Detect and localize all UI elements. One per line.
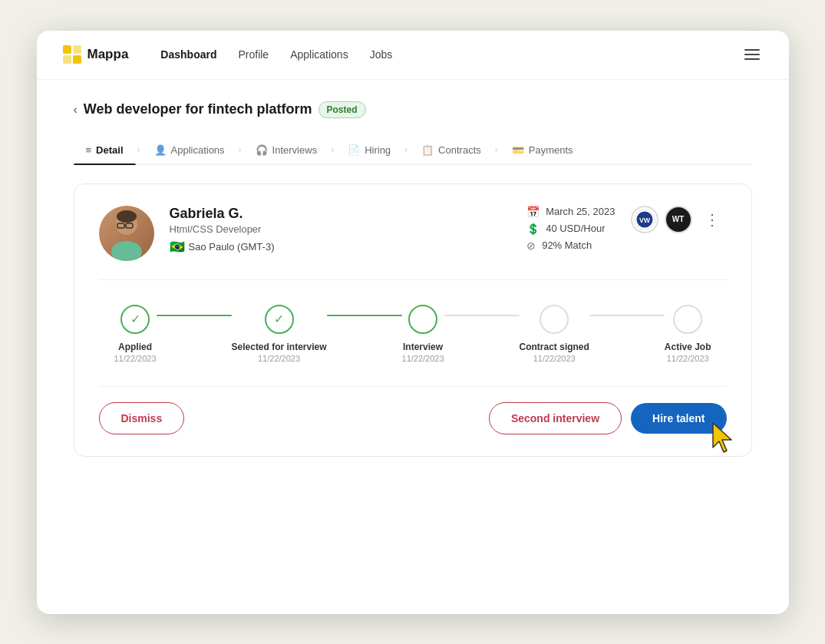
calendar-icon: 📅 bbox=[526, 206, 540, 218]
tab-sep-1: › bbox=[136, 144, 142, 155]
nav-links: Dashboard Profile Applications Jobs bbox=[153, 44, 739, 65]
step-date-selected: 11/22/2023 bbox=[258, 354, 300, 363]
hiring-icon: 📄 bbox=[348, 144, 360, 156]
dollar-icon: 💲 bbox=[526, 223, 540, 235]
tab-sep-2: › bbox=[237, 144, 243, 155]
tab-sep-4: › bbox=[403, 144, 409, 155]
step-date-contract: 11/22/2023 bbox=[533, 354, 576, 363]
step-circle-active-job bbox=[673, 305, 702, 334]
meta-match: ⊘ 92% Match bbox=[526, 239, 615, 252]
second-interview-button[interactable]: Second interview bbox=[489, 402, 622, 434]
status-badge: Posted bbox=[318, 101, 366, 118]
navbar: Mappa Dashboard Profile Applications Job… bbox=[37, 31, 789, 80]
date-value: March 25, 2023 bbox=[546, 206, 615, 217]
svg-text:VW: VW bbox=[639, 216, 650, 224]
detail-icon: ≡ bbox=[86, 144, 92, 156]
logo: Mappa bbox=[61, 44, 129, 65]
step-label-applied: Applied bbox=[118, 342, 152, 352]
back-button[interactable]: ‹ bbox=[74, 103, 78, 117]
candidate-role: Html/CSS Developer bbox=[170, 223, 466, 235]
candidate-card: Gabriela G. Html/CSS Developer 🇧🇷 Sao Pa… bbox=[74, 183, 752, 457]
location-text: Sao Paulo (GMT-3) bbox=[189, 241, 275, 253]
tab-sep-3: › bbox=[329, 144, 335, 155]
step-interview: Interview 11/22/2023 bbox=[402, 305, 444, 363]
progress-track: ✓ Applied 11/22/2023 ✓ Selected for inte… bbox=[99, 305, 727, 363]
hire-talent-button[interactable]: Hire talent bbox=[631, 403, 726, 434]
hamburger-line-1 bbox=[744, 49, 760, 51]
svg-rect-2 bbox=[63, 55, 71, 64]
dismiss-button[interactable]: Dismiss bbox=[99, 402, 185, 434]
nav-applications[interactable]: Applications bbox=[282, 44, 356, 65]
company-wt-avatar: WT bbox=[665, 206, 692, 233]
page-title: Web developer for fintech platform bbox=[84, 101, 312, 117]
svg-rect-1 bbox=[73, 45, 81, 54]
meta-date: 📅 March 25, 2023 bbox=[526, 206, 615, 218]
step-label-active-job: Active Job bbox=[665, 342, 711, 352]
hamburger-menu[interactable] bbox=[740, 45, 764, 64]
candidate-info: Gabriela G. Html/CSS Developer 🇧🇷 Sao Pa… bbox=[170, 206, 466, 254]
interviews-icon: 🎧 bbox=[256, 144, 268, 156]
candidate-company-actions: VW WT ⋮ bbox=[631, 206, 727, 233]
meta-rate: 💲 40 USD/Hour bbox=[526, 223, 615, 235]
avatar-illustration bbox=[99, 206, 154, 261]
vw-icon: VW bbox=[634, 209, 655, 230]
avatar bbox=[99, 206, 154, 261]
hamburger-line-2 bbox=[744, 54, 760, 55]
logo-icon bbox=[61, 44, 83, 65]
tab-hiring[interactable]: 📄 Hiring bbox=[335, 137, 403, 163]
step-contract: Contract signed 11/22/2023 bbox=[520, 305, 589, 363]
step-date-active-job: 11/22/2023 bbox=[667, 354, 709, 363]
progress-line-3 bbox=[444, 315, 520, 316]
tab-contracts[interactable]: 📋 Contracts bbox=[409, 137, 493, 163]
candidate-meta: 📅 March 25, 2023 💲 40 USD/Hour ⊘ 92% Mat… bbox=[526, 206, 615, 252]
svg-point-5 bbox=[117, 210, 137, 223]
tab-interviews[interactable]: 🎧 Interviews bbox=[243, 137, 330, 163]
step-applied: ✓ Applied 11/22/2023 bbox=[114, 305, 157, 363]
applications-icon: 👤 bbox=[154, 144, 167, 156]
payments-icon: 💳 bbox=[512, 144, 524, 156]
tab-payments[interactable]: 💳 Payments bbox=[500, 137, 586, 163]
progress-line-4 bbox=[589, 315, 665, 316]
flag-icon: 🇧🇷 bbox=[170, 239, 185, 254]
step-active-job: Active Job 11/22/2023 bbox=[665, 305, 711, 363]
nav-dashboard[interactable]: Dashboard bbox=[153, 44, 224, 65]
tab-detail[interactable]: ≡ Detail bbox=[74, 137, 136, 163]
step-circle-applied: ✓ bbox=[120, 305, 150, 334]
step-circle-contract bbox=[540, 305, 569, 334]
hamburger-line-3 bbox=[744, 58, 760, 60]
app-window: Mappa Dashboard Profile Applications Job… bbox=[37, 31, 789, 614]
step-label-contract: Contract signed bbox=[520, 342, 589, 352]
step-date-interview: 11/22/2023 bbox=[402, 354, 444, 363]
nav-jobs[interactable]: Jobs bbox=[362, 44, 401, 65]
step-circle-interview bbox=[408, 305, 437, 334]
step-date-applied: 11/22/2023 bbox=[114, 354, 157, 363]
candidate-header: Gabriela G. Html/CSS Developer 🇧🇷 Sao Pa… bbox=[99, 206, 727, 280]
tab-bar: ≡ Detail › 👤 Applications › 🎧 Interviews… bbox=[74, 137, 752, 165]
progress-line-2 bbox=[327, 315, 402, 316]
nav-profile[interactable]: Profile bbox=[230, 44, 276, 65]
candidate-name: Gabriela G. bbox=[170, 206, 466, 222]
step-selected: ✓ Selected for interview 11/22/2023 bbox=[232, 305, 327, 363]
step-circle-selected: ✓ bbox=[265, 305, 294, 334]
card-actions: Dismiss Second interview Hire talent bbox=[99, 386, 727, 434]
contracts-icon: 📋 bbox=[421, 144, 434, 156]
svg-point-9 bbox=[111, 241, 142, 261]
main-content: ‹ Web developer for fintech platform Pos… bbox=[37, 80, 789, 478]
company-vw-avatar: VW bbox=[631, 206, 658, 233]
more-options-button[interactable]: ⋮ bbox=[698, 207, 727, 232]
match-icon: ⊘ bbox=[526, 239, 536, 252]
candidate-location: 🇧🇷 Sao Paulo (GMT-3) bbox=[170, 239, 466, 254]
step-label-interview: Interview bbox=[403, 342, 443, 352]
breadcrumb: ‹ Web developer for fintech platform Pos… bbox=[74, 101, 752, 118]
step-label-selected: Selected for interview bbox=[232, 342, 327, 352]
match-value: 92% Match bbox=[542, 239, 592, 251]
tab-sep-5: › bbox=[493, 144, 500, 155]
progress-tracker: ✓ Applied 11/22/2023 ✓ Selected for inte… bbox=[99, 280, 727, 378]
svg-rect-0 bbox=[63, 45, 71, 54]
logo-text: Mappa bbox=[87, 47, 129, 62]
svg-rect-3 bbox=[73, 55, 81, 64]
progress-line-1 bbox=[157, 315, 232, 316]
tab-applications[interactable]: 👤 Applications bbox=[142, 137, 237, 163]
rate-value: 40 USD/Hour bbox=[546, 223, 605, 234]
